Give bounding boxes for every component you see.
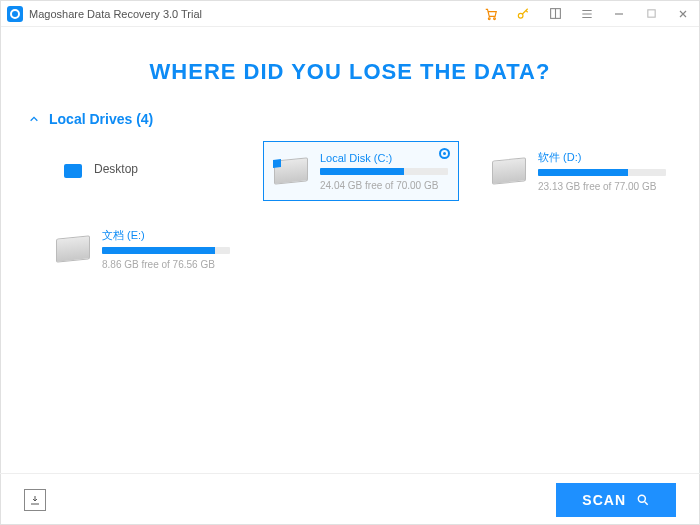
usage-bar (320, 168, 448, 175)
svg-point-1 (494, 17, 496, 19)
close-button[interactable] (667, 1, 699, 27)
hdd-icon (56, 235, 90, 263)
drive-free-space: 24.04 GB free of 70.00 GB (320, 180, 448, 191)
radio-icon (439, 148, 450, 159)
drive-grid: Desktop Local Disk (C:) 24.04 GB free of… (1, 141, 699, 279)
layout-icon[interactable] (539, 1, 571, 27)
svg-point-2 (518, 13, 523, 18)
app-title: Magoshare Data Recovery 3.0 Trial (29, 8, 202, 20)
scan-label: SCAN (582, 492, 626, 508)
minimize-button[interactable] (603, 1, 635, 27)
drive-desktop[interactable]: Desktop (45, 141, 241, 201)
desktop-icon (64, 164, 82, 178)
maximize-button[interactable] (635, 1, 667, 27)
usage-bar (102, 247, 230, 254)
drive-name: 软件 (D:) (538, 150, 666, 165)
cart-icon[interactable] (475, 1, 507, 27)
scan-button[interactable]: SCAN (556, 483, 676, 517)
drive-name: 文档 (E:) (102, 228, 230, 243)
menu-icon[interactable] (571, 1, 603, 27)
svg-point-0 (488, 17, 490, 19)
drive-name: Local Disk (C:) (320, 152, 448, 164)
page-title: WHERE DID YOU LOSE THE DATA? (1, 59, 699, 85)
drive-free-space: 8.86 GB free of 76.56 GB (102, 259, 230, 270)
local-drives-header[interactable]: Local Drives (4) (1, 111, 699, 127)
key-icon[interactable] (507, 1, 539, 27)
drive-software-d[interactable]: 软件 (D:) 23.13 GB free of 77.00 GB (481, 141, 677, 201)
svg-rect-4 (647, 10, 654, 17)
import-button[interactable] (24, 489, 46, 511)
drive-name: Desktop (94, 162, 230, 176)
search-icon (636, 493, 650, 507)
drive-free-space: 23.13 GB free of 77.00 GB (538, 181, 666, 192)
app-icon (7, 6, 23, 22)
section-label: Local Drives (4) (49, 111, 153, 127)
hdd-icon (492, 157, 526, 185)
download-icon (29, 494, 41, 506)
drive-documents-e[interactable]: 文档 (E:) 8.86 GB free of 76.56 GB (45, 219, 241, 279)
svg-point-5 (638, 495, 645, 502)
hdd-icon (274, 157, 308, 185)
footer: SCAN (0, 473, 700, 525)
drive-local-disk-c[interactable]: Local Disk (C:) 24.04 GB free of 70.00 G… (263, 141, 459, 201)
titlebar: Magoshare Data Recovery 3.0 Trial (1, 1, 699, 27)
usage-bar (538, 169, 666, 176)
chevron-up-icon (29, 114, 39, 124)
